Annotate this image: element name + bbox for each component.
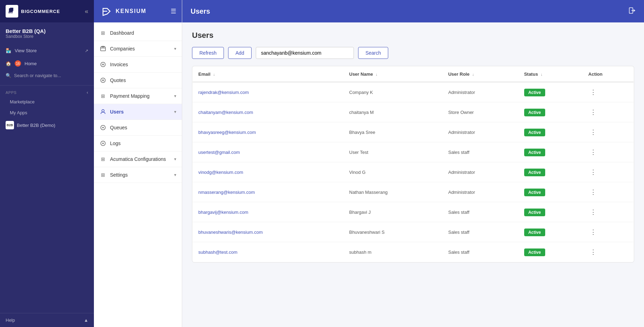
users-label: Users — [110, 109, 124, 115]
table-row: rajendrak@kensium.com Company K Administ… — [193, 82, 634, 102]
settings-icon: ⊞ — [100, 171, 107, 178]
bc-apps-nav: Marketplace My Apps — [0, 96, 94, 118]
home-label: Home — [25, 61, 37, 66]
cell-role: Administrator — [443, 82, 518, 102]
cell-username: Bhavya Sree — [344, 122, 443, 142]
kensium-nav-invoices[interactable]: Invoices — [94, 57, 182, 73]
quotes-label: Quotes — [110, 77, 126, 83]
cell-status: Active — [519, 122, 583, 142]
cell-username: Bhargavi J — [344, 202, 443, 222]
apps-section-label: Apps — [6, 90, 16, 95]
help-chevron-icon: ▲ — [84, 318, 88, 323]
payment-mapping-icon: ⊞ — [100, 93, 107, 100]
logs-icon — [100, 140, 107, 147]
search-input[interactable] — [256, 47, 354, 59]
dashboard-icon: ⊞ — [100, 29, 107, 36]
content-area: Users Refresh Add Search Email ↓ User Na… — [182, 22, 644, 327]
logout-icon[interactable] — [629, 7, 636, 16]
action-menu-button[interactable]: ⋮ — [588, 187, 598, 197]
col-email[interactable]: Email ↓ — [193, 67, 344, 82]
col-status[interactable]: Status ↓ — [519, 67, 583, 82]
cell-action: ⋮ — [583, 142, 633, 162]
kensium-nav-quotes[interactable]: Quotes — [94, 73, 182, 88]
bc-collapse-button[interactable]: « — [85, 8, 88, 15]
cell-status: Active — [519, 222, 583, 242]
users-icon — [100, 108, 107, 115]
cell-email: bhavyasreeg@kensium.com — [193, 122, 344, 142]
bc-divider-1 — [0, 85, 94, 86]
cell-email: bhuvaneshwaris@kensium.com — [193, 222, 344, 242]
cell-role: Sales staff — [443, 142, 518, 162]
bc-nav-marketplace[interactable]: Marketplace — [10, 96, 88, 107]
cell-username: User Test — [344, 142, 443, 162]
action-menu-button[interactable]: ⋮ — [588, 127, 598, 137]
settings-chevron-icon: ▾ — [174, 172, 176, 177]
bc-store-subtitle: Sandbox Store — [6, 34, 88, 39]
external-link-icon: ↗ — [85, 48, 88, 53]
cell-username: Vinod G — [344, 162, 443, 182]
action-menu-button[interactable]: ⋮ — [588, 107, 598, 117]
kensium-logo-label: KENSIUM — [116, 8, 146, 14]
kensium-nav-queues[interactable]: Queues — [94, 120, 182, 136]
bc-nav-home[interactable]: 🏠 16 Home — [0, 57, 94, 70]
cell-action: ⋮ — [583, 182, 633, 202]
bc-nav-my-apps[interactable]: My Apps — [10, 107, 88, 118]
kensium-nav-companies[interactable]: Companies ▾ — [94, 41, 182, 57]
bc-search-item[interactable]: 🔍 Search or navigate to... — [0, 70, 94, 81]
table-row: bhavyasreeg@kensium.com Bhavya Sree Admi… — [193, 122, 634, 142]
cell-username: Bhuvaneshwari S — [344, 222, 443, 242]
acumatica-icon: ⊞ — [100, 156, 107, 163]
kensium-nav-logs[interactable]: Logs — [94, 136, 182, 151]
hamburger-icon[interactable]: ☰ — [171, 7, 176, 15]
svg-text:BIG: BIG — [8, 11, 13, 14]
cell-action: ⋮ — [583, 202, 633, 222]
bc-nav-view-store[interactable]: 🏪 View Store ↗ — [0, 45, 94, 57]
kensium-nav-payment-mapping[interactable]: ⊞ Payment Mapping ▾ — [94, 88, 182, 104]
cell-role: Sales staff — [443, 242, 518, 262]
bc-footer[interactable]: Help ▲ — [0, 313, 94, 327]
refresh-button[interactable]: Refresh — [192, 47, 224, 59]
table-row: bhargavij@kensium.com Bhargavi J Sales s… — [193, 202, 634, 222]
view-store-label: View Store — [15, 48, 37, 53]
cell-role: Administrator — [443, 182, 518, 202]
logs-label: Logs — [110, 141, 121, 146]
action-menu-button[interactable]: ⋮ — [588, 87, 598, 97]
bc-store-info: Better B2B (QA) Sandbox Store — [0, 22, 94, 42]
kensium-nav-acumatica[interactable]: ⊞ Acumatica Configurations ▾ — [94, 151, 182, 167]
col-username[interactable]: User Name ↓ — [344, 67, 443, 82]
users-table-body: rajendrak@kensium.com Company K Administ… — [193, 82, 634, 262]
kensium-logo-icon — [100, 5, 112, 18]
cell-status: Active — [519, 142, 583, 162]
action-menu-button[interactable]: ⋮ — [588, 207, 598, 217]
store-icon: 🏪 — [6, 48, 11, 53]
apps-back-chevron[interactable]: ‹ — [87, 90, 88, 95]
kensium-logo: KENSIUM — [100, 5, 146, 18]
add-button[interactable]: Add — [228, 47, 252, 59]
cell-email: rajendrak@kensium.com — [193, 82, 344, 102]
table-row: vinodg@kensium.com Vinod G Administrator… — [193, 162, 634, 182]
bc-app-better-b2b[interactable]: B2B Better B2B (Demo) — [0, 118, 94, 132]
cell-status: Active — [519, 82, 583, 102]
cell-action: ⋮ — [583, 162, 633, 182]
cell-status: Active — [519, 162, 583, 182]
action-menu-button[interactable]: ⋮ — [588, 227, 598, 237]
action-menu-button[interactable]: ⋮ — [588, 167, 598, 177]
kensium-nav-dashboard[interactable]: ⊞ Dashboard — [94, 25, 182, 41]
action-menu-button[interactable]: ⋮ — [588, 147, 598, 157]
main-content: Users Users Refresh Add Search Email ↓ — [182, 0, 644, 327]
user-role-sort-icon: ↓ — [472, 72, 474, 76]
search-icon: 🔍 — [6, 73, 11, 78]
help-label: Help — [6, 318, 15, 323]
search-nav-label: Search or navigate to... — [14, 73, 61, 78]
cell-email: usertest@gmail.com — [193, 142, 344, 162]
col-user-role[interactable]: User Role ↓ — [443, 67, 518, 82]
action-menu-button[interactable]: ⋮ — [588, 247, 598, 257]
home-badge: 16 — [15, 60, 21, 67]
search-button[interactable]: Search — [358, 47, 388, 59]
kensium-nav-settings[interactable]: ⊞ Settings ▾ — [94, 167, 182, 183]
invoices-icon — [100, 61, 107, 68]
kensium-nav-users[interactable]: Users ▾ — [94, 104, 182, 120]
companies-chevron-icon: ▾ — [174, 46, 176, 51]
cell-action: ⋮ — [583, 222, 633, 242]
dashboard-label: Dashboard — [110, 30, 134, 36]
